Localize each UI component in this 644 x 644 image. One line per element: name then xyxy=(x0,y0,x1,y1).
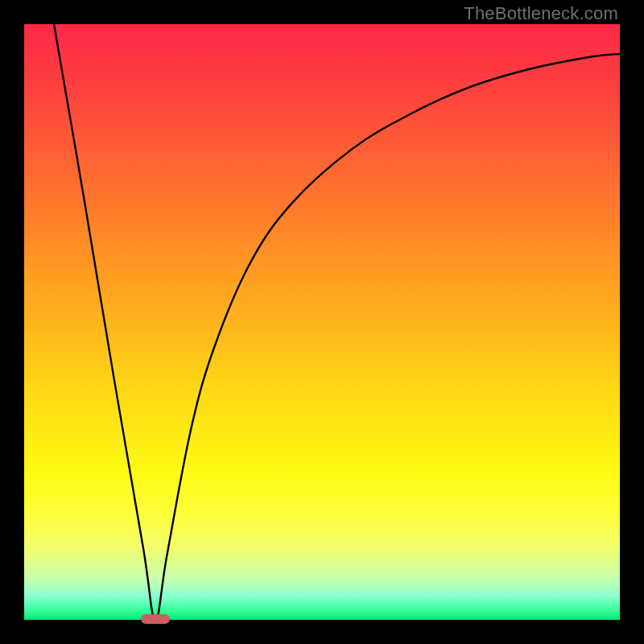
bottleneck-curve xyxy=(24,24,620,620)
plot-area xyxy=(24,24,620,620)
optimal-marker xyxy=(141,614,170,624)
watermark-text: TheBottleneck.com xyxy=(464,3,618,24)
chart-frame: TheBottleneck.com xyxy=(0,0,644,644)
